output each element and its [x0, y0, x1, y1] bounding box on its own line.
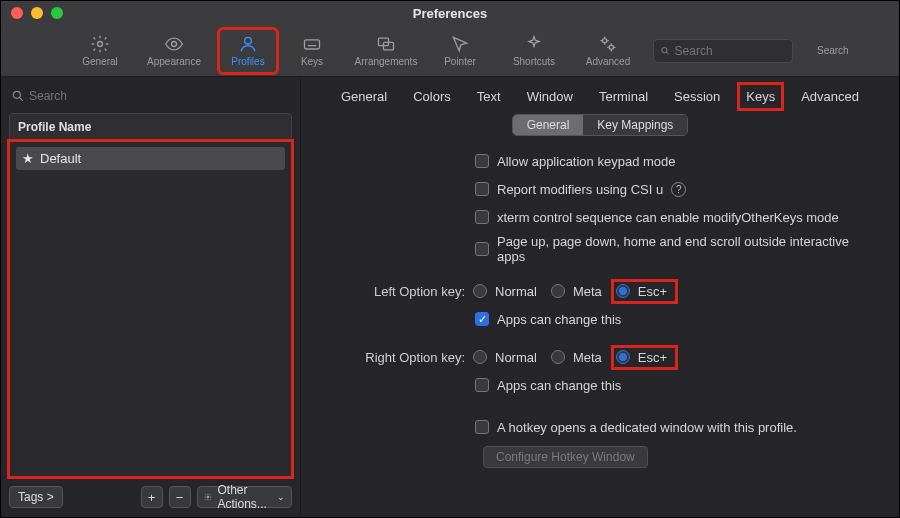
- add-profile-button[interactable]: +: [141, 486, 163, 508]
- zoom-icon[interactable]: [51, 7, 63, 19]
- chevron-down-icon: ⌄: [277, 492, 285, 502]
- keys-subtabs: GeneralKey Mappings: [325, 114, 875, 136]
- radio-option-normal[interactable]: Normal: [473, 350, 543, 365]
- radio-option-escplus[interactable]: Esc+: [616, 350, 673, 365]
- tags-button[interactable]: Tags >: [9, 486, 63, 508]
- svg-line-11: [19, 97, 22, 100]
- row-label: Right Option key:: [335, 350, 465, 365]
- check-label: xterm control sequence can enable modify…: [497, 210, 839, 225]
- toolbar-label: Advanced: [586, 56, 630, 67]
- gears-icon: [598, 34, 618, 54]
- toolbar-keys[interactable]: Keys: [283, 29, 341, 73]
- radio-label: Normal: [495, 350, 537, 365]
- check-row: xterm control sequence can enable modify…: [335, 206, 875, 228]
- radio-option-meta[interactable]: Meta: [551, 284, 608, 299]
- sidebar-search[interactable]: [9, 85, 292, 107]
- radio-icon: [473, 284, 487, 298]
- checkbox[interactable]: [475, 420, 489, 434]
- toolbar-search[interactable]: [653, 39, 793, 63]
- profile-tabs: GeneralColorsTextWindowTerminalSessionKe…: [325, 87, 875, 106]
- tab-advanced[interactable]: Advanced: [797, 87, 863, 106]
- hotkey-row: A hotkey opens a dedicated window with t…: [335, 416, 875, 438]
- toolbar-label: General: [82, 56, 118, 67]
- radio-icon: [551, 350, 565, 364]
- radio-option-normal[interactable]: Normal: [473, 284, 543, 299]
- profile-row-default[interactable]: ★ Default: [16, 147, 285, 170]
- titlebar: Preferences: [1, 1, 899, 25]
- toolbar-label: Arrangements: [355, 56, 418, 67]
- checkbox[interactable]: [475, 154, 489, 168]
- toolbar-general[interactable]: General: [71, 29, 129, 73]
- tab-terminal[interactable]: Terminal: [595, 87, 652, 106]
- gear-icon: [204, 491, 212, 503]
- checkbox[interactable]: [475, 182, 489, 196]
- svg-line-9: [666, 52, 668, 54]
- subtab-key-mappings[interactable]: Key Mappings: [583, 115, 687, 135]
- eye-icon: [164, 34, 184, 54]
- toolbar-advanced[interactable]: Advanced: [579, 29, 637, 73]
- sidebar-search-input[interactable]: [29, 89, 290, 103]
- main-panel: GeneralColorsTextWindowTerminalSessionKe…: [301, 77, 899, 517]
- tab-session[interactable]: Session: [670, 87, 724, 106]
- other-actions-dropdown[interactable]: Other Actions... ⌄: [197, 486, 292, 508]
- check-label: Apps can change this: [497, 312, 621, 327]
- toolbar-profiles[interactable]: Profiles: [219, 29, 277, 73]
- minimize-icon[interactable]: [31, 7, 43, 19]
- keys-general-form: Allow application keypad modeReport modi…: [325, 150, 875, 468]
- toolbar-label: Keys: [301, 56, 323, 67]
- svg-point-2: [245, 37, 252, 44]
- checkbox[interactable]: [475, 242, 489, 256]
- right-option-apps-row: Apps can change this: [335, 374, 875, 396]
- toolbar-label: Shortcuts: [513, 56, 555, 67]
- toolbar-label: Pointer: [444, 56, 476, 67]
- profile-list: ★ Default: [9, 141, 292, 477]
- other-actions-label: Other Actions...: [217, 483, 271, 511]
- tab-keys[interactable]: Keys: [742, 87, 779, 106]
- radio-option-meta[interactable]: Meta: [551, 350, 608, 365]
- checkbox[interactable]: [475, 210, 489, 224]
- right-option-row: Right Option key:NormalMetaEsc+: [335, 346, 875, 368]
- help-icon[interactable]: ?: [671, 182, 686, 197]
- left-option-apps-row: Apps can change this: [335, 308, 875, 330]
- tab-colors[interactable]: Colors: [409, 87, 455, 106]
- plus-icon: +: [148, 490, 156, 505]
- tab-text[interactable]: Text: [473, 87, 505, 106]
- toolbar-search-input[interactable]: [675, 44, 786, 58]
- toolbar: GeneralAppearanceProfilesKeysArrangement…: [1, 25, 899, 77]
- toolbar-search-label: Search: [817, 45, 849, 56]
- close-icon[interactable]: [11, 7, 23, 19]
- pointer-icon: [450, 34, 470, 54]
- body: Profile Name ★ Default Tags > + − Other …: [1, 77, 899, 517]
- svg-point-12: [207, 496, 209, 498]
- radio-option-escplus[interactable]: Esc+: [616, 284, 673, 299]
- radio-icon: [616, 350, 630, 364]
- checkbox[interactable]: [475, 378, 489, 392]
- gear-icon: [90, 34, 110, 54]
- svg-point-0: [98, 42, 103, 47]
- profile-list-header: Profile Name: [9, 113, 292, 141]
- svg-point-8: [662, 47, 667, 52]
- preferences-window: Preferences GeneralAppearanceProfilesKey…: [0, 0, 900, 518]
- checkbox[interactable]: [475, 312, 489, 326]
- tab-general[interactable]: General: [337, 87, 391, 106]
- toolbar-shortcuts[interactable]: Shortcuts: [495, 29, 573, 73]
- check-label: Allow application keypad mode: [497, 154, 676, 169]
- remove-profile-button[interactable]: −: [169, 486, 191, 508]
- radio-icon: [473, 350, 487, 364]
- svg-point-6: [603, 39, 607, 43]
- tab-window[interactable]: Window: [523, 87, 577, 106]
- toolbar-arrangements[interactable]: Arrangements: [347, 29, 425, 73]
- radio-icon: [616, 284, 630, 298]
- toolbar-appearance[interactable]: Appearance: [135, 29, 213, 73]
- radio-label: Meta: [573, 350, 602, 365]
- sparkle-icon: [524, 34, 544, 54]
- person-icon: [238, 34, 258, 54]
- subtab-general[interactable]: General: [513, 115, 584, 135]
- toolbar-search-wrap: Search: [653, 39, 849, 63]
- check-label: Page up, page down, home and end scroll …: [497, 234, 875, 264]
- radio-label: Normal: [495, 284, 537, 299]
- radio-label: Esc+: [638, 284, 667, 299]
- toolbar-pointer[interactable]: Pointer: [431, 29, 489, 73]
- profile-name: Default: [40, 151, 81, 166]
- configure-hotkey-button: Configure Hotkey Window: [483, 446, 648, 468]
